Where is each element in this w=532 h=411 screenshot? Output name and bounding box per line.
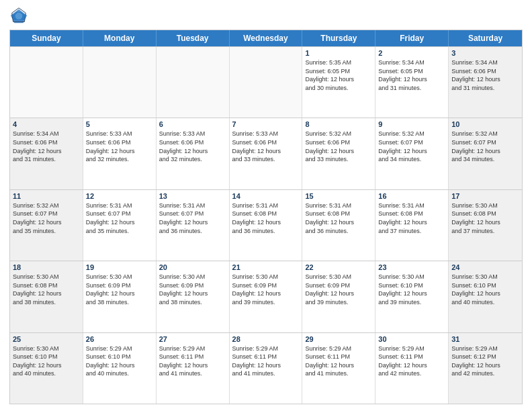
day-info-line: Sunset: 6:06 PM [13, 138, 80, 147]
day-info-line: Daylight: 12 hours [232, 361, 300, 370]
day-info-line: Sunrise: 5:30 AM [451, 273, 519, 281]
day-info-line: Sunset: 6:09 PM [305, 281, 372, 290]
calendar-week: 1Sunrise: 5:35 AMSunset: 6:05 PMDaylight… [10, 46, 522, 118]
day-info-line: Daylight: 12 hours [13, 289, 80, 298]
day-info-line: Daylight: 12 hours [232, 289, 300, 298]
day-info-line: Sunrise: 5:30 AM [378, 273, 445, 281]
day-info-line: Daylight: 12 hours [159, 289, 226, 298]
day-info-line: Sunrise: 5:30 AM [13, 345, 80, 353]
day-info-line: Daylight: 12 hours [305, 289, 372, 298]
day-info-line: Daylight: 12 hours [305, 75, 372, 84]
day-info-line: and 36 minutes. [305, 227, 372, 236]
day-info-line: Daylight: 12 hours [378, 218, 445, 227]
day-info-line: Sunrise: 5:33 AM [232, 130, 300, 138]
day-info-line: and 36 minutes. [232, 227, 300, 236]
day-info-line: and 31 minutes. [451, 84, 519, 93]
day-info-line: Sunrise: 5:34 AM [451, 58, 519, 67]
day-info-line: Sunset: 6:12 PM [451, 353, 519, 361]
calendar-body: 1Sunrise: 5:35 AMSunset: 6:05 PMDaylight… [10, 46, 522, 404]
calendar-day-cell: 16Sunrise: 5:31 AMSunset: 6:08 PMDayligh… [375, 190, 449, 261]
day-info-line: Sunrise: 5:29 AM [159, 345, 226, 353]
day-number: 24 [451, 263, 519, 271]
day-info-line: Sunset: 6:11 PM [232, 353, 300, 361]
day-info-line: and 37 minutes. [378, 227, 445, 236]
day-info-line: and 33 minutes. [232, 155, 300, 164]
day-info-line: Sunset: 6:07 PM [13, 210, 80, 218]
day-info-line: and 33 minutes. [305, 155, 372, 164]
calendar-day-cell: 29Sunrise: 5:29 AMSunset: 6:11 PMDayligh… [302, 333, 375, 404]
day-info-line: Daylight: 12 hours [378, 75, 445, 84]
day-info-line: and 35 minutes. [86, 227, 153, 236]
day-info-line: Sunrise: 5:31 AM [378, 201, 445, 210]
day-info-line: Sunrise: 5:34 AM [13, 130, 80, 138]
calendar-day-header: Wednesday [230, 30, 303, 46]
day-info-line: and 31 minutes. [378, 84, 445, 93]
day-info-line: Sunrise: 5:34 AM [378, 58, 445, 67]
calendar-day-cell: 30Sunrise: 5:29 AMSunset: 6:11 PMDayligh… [375, 333, 449, 404]
day-info-line: Daylight: 12 hours [305, 361, 372, 370]
day-info-line: Sunset: 6:10 PM [378, 281, 445, 290]
day-number: 29 [305, 335, 372, 343]
logo-icon [9, 7, 28, 26]
day-info-line: Sunrise: 5:32 AM [13, 201, 80, 210]
calendar-day-cell: 12Sunrise: 5:31 AMSunset: 6:07 PMDayligh… [83, 190, 157, 261]
empty-cell [10, 47, 83, 118]
day-info-line: Daylight: 12 hours [13, 361, 80, 370]
calendar-day-cell: 10Sunrise: 5:32 AMSunset: 6:07 PMDayligh… [449, 118, 522, 189]
day-info-line: Sunrise: 5:29 AM [86, 345, 153, 353]
calendar-day-header: Monday [83, 30, 157, 46]
day-info-line: Daylight: 12 hours [378, 289, 445, 298]
logo [9, 7, 31, 26]
day-number: 18 [13, 263, 80, 271]
day-number: 11 [13, 192, 80, 200]
day-info-line: and 30 minutes. [305, 84, 372, 93]
day-info-line: Daylight: 12 hours [86, 147, 153, 156]
day-info-line: and 39 minutes. [378, 298, 445, 307]
day-info-line: Daylight: 12 hours [378, 361, 445, 370]
calendar-day-cell: 27Sunrise: 5:29 AMSunset: 6:11 PMDayligh… [157, 333, 230, 404]
calendar-day-cell: 22Sunrise: 5:30 AMSunset: 6:09 PMDayligh… [302, 261, 375, 332]
day-info-line: Sunset: 6:10 PM [86, 353, 153, 361]
day-info-line: and 42 minutes. [378, 369, 445, 378]
day-info-line: Sunrise: 5:33 AM [86, 130, 153, 138]
day-info-line: Sunrise: 5:29 AM [451, 345, 519, 353]
empty-cell [230, 47, 303, 118]
day-info-line: and 37 minutes. [451, 227, 519, 236]
day-info-line: Sunset: 6:06 PM [159, 138, 226, 147]
day-info-line: Sunset: 6:06 PM [305, 138, 372, 147]
day-info-line: and 41 minutes. [159, 369, 226, 378]
day-number: 1 [305, 49, 372, 57]
calendar-day-cell: 3Sunrise: 5:34 AMSunset: 6:06 PMDaylight… [449, 47, 522, 118]
calendar-day-cell: 15Sunrise: 5:31 AMSunset: 6:08 PMDayligh… [302, 190, 375, 261]
day-number: 6 [159, 120, 226, 128]
day-number: 16 [378, 192, 445, 200]
day-info-line: Sunrise: 5:32 AM [451, 130, 519, 138]
day-info-line: Sunset: 6:09 PM [86, 281, 153, 290]
day-info-line: and 42 minutes. [451, 369, 519, 378]
day-number: 5 [86, 120, 153, 128]
day-info-line: Sunrise: 5:30 AM [451, 201, 519, 210]
day-info-line: Sunset: 6:08 PM [232, 210, 300, 218]
day-info-line: Sunset: 6:10 PM [451, 281, 519, 290]
day-info-line: Sunrise: 5:30 AM [13, 273, 80, 281]
day-info-line: Sunset: 6:08 PM [378, 210, 445, 218]
calendar-day-cell: 18Sunrise: 5:30 AMSunset: 6:08 PMDayligh… [10, 261, 83, 332]
day-number: 17 [451, 192, 519, 200]
calendar-day-cell: 7Sunrise: 5:33 AMSunset: 6:06 PMDaylight… [230, 118, 303, 189]
calendar-day-header: Tuesday [157, 30, 230, 46]
day-info-line: Daylight: 12 hours [451, 218, 519, 227]
day-info-line: Daylight: 12 hours [159, 361, 226, 370]
day-info-line: Sunset: 6:11 PM [378, 353, 445, 361]
day-info-line: Sunrise: 5:30 AM [232, 273, 300, 281]
day-number: 10 [451, 120, 519, 128]
calendar-week: 4Sunrise: 5:34 AMSunset: 6:06 PMDaylight… [10, 118, 522, 189]
day-number: 28 [232, 335, 300, 343]
calendar-day-header: Friday [375, 30, 449, 46]
calendar-day-cell: 24Sunrise: 5:30 AMSunset: 6:10 PMDayligh… [449, 261, 522, 332]
calendar-day-cell: 9Sunrise: 5:32 AMSunset: 6:07 PMDaylight… [375, 118, 449, 189]
day-info-line: and 39 minutes. [305, 298, 372, 307]
calendar-week: 11Sunrise: 5:32 AMSunset: 6:07 PMDayligh… [10, 189, 522, 261]
day-info-line: Daylight: 12 hours [378, 147, 445, 156]
day-info-line: and 38 minutes. [159, 298, 226, 307]
day-info-line: and 39 minutes. [232, 298, 300, 307]
